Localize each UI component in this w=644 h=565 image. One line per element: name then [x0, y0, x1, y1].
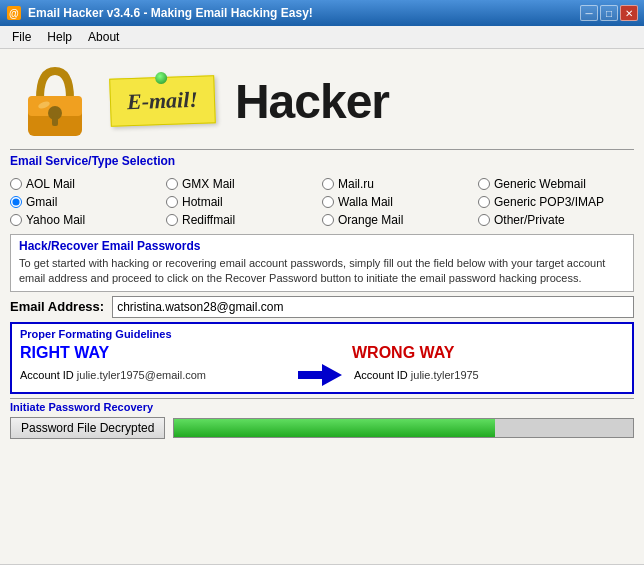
radio-generic-pop3[interactable]: Generic POP3/IMAP: [478, 194, 634, 210]
format-section: Proper Formating Guidelines RIGHT WAY WR…: [10, 322, 634, 394]
svg-marker-7: [298, 364, 342, 386]
menu-help[interactable]: Help: [39, 28, 80, 46]
format-wrong-way-header: WRONG WAY: [342, 344, 624, 362]
radio-other-input[interactable]: [478, 214, 490, 226]
hack-title: Hack/Recover Email Passwords: [19, 239, 625, 253]
pin-icon: [155, 72, 167, 84]
radio-mailru-input[interactable]: [322, 178, 334, 190]
email-service-section: Email Service/Type Selection: [10, 149, 634, 174]
progress-bar-fill: [174, 419, 495, 437]
radio-orange-input[interactable]: [322, 214, 334, 226]
radio-yahoo-label: Yahoo Mail: [26, 213, 85, 227]
radio-yahoo-input[interactable]: [10, 214, 22, 226]
radio-generic-webmail[interactable]: Generic Webmail: [478, 176, 634, 192]
radio-gmail-input[interactable]: [10, 196, 22, 208]
format-wrong-example: Account ID julie.tyler1975: [350, 369, 624, 381]
menu-file[interactable]: File: [4, 28, 39, 46]
radio-walla-input[interactable]: [322, 196, 334, 208]
password-section: Initiate Password Recovery Password File…: [10, 398, 634, 439]
radio-rediffmail-label: Rediffmail: [182, 213, 235, 227]
password-section-label: Initiate Password Recovery: [10, 398, 634, 413]
main-content: E-mail! Hacker Email Service/Type Select…: [0, 49, 644, 564]
format-arrow: [290, 364, 350, 386]
radio-gmail-label: Gmail: [26, 195, 57, 209]
format-title: Proper Formating Guidelines: [20, 328, 624, 340]
hack-section: Hack/Recover Email Passwords To get star…: [10, 234, 634, 292]
radio-generic-webmail-label: Generic Webmail: [494, 177, 586, 191]
password-file-decrypted-button[interactable]: Password File Decrypted: [10, 417, 165, 439]
radio-aol-label: AOL Mail: [26, 177, 75, 191]
wrong-account-label: Account ID: [354, 369, 411, 381]
email-service-label: Email Service/Type Selection: [10, 149, 634, 170]
email-row: Email Address:: [10, 296, 634, 318]
right-account-value: julie.tyler1975@email.com: [77, 369, 206, 381]
radio-gmail[interactable]: Gmail: [10, 194, 166, 210]
radio-walla[interactable]: Walla Mail: [322, 194, 478, 210]
hack-desc: To get started with hacking or recoverin…: [19, 256, 625, 287]
radio-other[interactable]: Other/Private: [478, 212, 634, 228]
format-example-row: Account ID julie.tyler1975@email.com Acc…: [20, 364, 624, 386]
radio-aol-input[interactable]: [10, 178, 22, 190]
radio-rediffmail[interactable]: Rediffmail: [166, 212, 322, 228]
minimize-button[interactable]: ─: [580, 5, 598, 21]
title-bar: @ Email Hacker v3.4.6 - Making Email Hac…: [0, 0, 644, 26]
right-way-label: RIGHT WAY: [20, 344, 109, 361]
progress-bar-container: [173, 418, 634, 438]
email-note: E-mail!: [109, 75, 216, 127]
close-button[interactable]: ✕: [620, 5, 638, 21]
header-section: E-mail! Hacker: [0, 49, 644, 149]
radio-generic-pop3-input[interactable]: [478, 196, 490, 208]
svg-rect-5: [52, 116, 58, 126]
radio-other-label: Other/Private: [494, 213, 565, 227]
menu-about[interactable]: About: [80, 28, 127, 46]
password-row: Password File Decrypted: [10, 417, 634, 439]
radio-hotmail-input[interactable]: [166, 196, 178, 208]
radio-generic-webmail-input[interactable]: [478, 178, 490, 190]
format-header-row: RIGHT WAY WRONG WAY: [20, 344, 624, 362]
window-controls: ─ □ ✕: [580, 5, 638, 21]
radio-grid: AOL Mail GMX Mail Mail.ru Generic Webmai…: [0, 176, 644, 228]
radio-hotmail[interactable]: Hotmail: [166, 194, 322, 210]
format-right-way-header: RIGHT WAY: [20, 344, 292, 362]
right-account-label: Account ID: [20, 369, 77, 381]
format-right-example: Account ID julie.tyler1975@email.com: [20, 369, 290, 381]
wrong-account-value: julie.tyler1975: [411, 369, 479, 381]
app-icon: @: [6, 5, 22, 21]
radio-orange-label: Orange Mail: [338, 213, 403, 227]
radio-yahoo[interactable]: Yahoo Mail: [10, 212, 166, 228]
radio-mailru-label: Mail.ru: [338, 177, 374, 191]
radio-gmx-label: GMX Mail: [182, 177, 235, 191]
radio-hotmail-label: Hotmail: [182, 195, 223, 209]
email-address-input[interactable]: [112, 296, 634, 318]
radio-aol[interactable]: AOL Mail: [10, 176, 166, 192]
radio-rediffmail-input[interactable]: [166, 214, 178, 226]
maximize-button[interactable]: □: [600, 5, 618, 21]
padlock-icon: [20, 61, 90, 141]
email-address-label: Email Address:: [10, 299, 104, 314]
radio-generic-pop3-label: Generic POP3/IMAP: [494, 195, 604, 209]
radio-gmx[interactable]: GMX Mail: [166, 176, 322, 192]
radio-gmx-input[interactable]: [166, 178, 178, 190]
hacker-title: Hacker: [235, 74, 389, 129]
wrong-way-label: WRONG WAY: [352, 344, 455, 361]
svg-text:@: @: [9, 8, 19, 19]
radio-walla-label: Walla Mail: [338, 195, 393, 209]
title-bar-left: @ Email Hacker v3.4.6 - Making Email Hac…: [6, 5, 313, 21]
radio-orange[interactable]: Orange Mail: [322, 212, 478, 228]
window-title: Email Hacker v3.4.6 - Making Email Hacki…: [28, 6, 313, 20]
menubar: File Help About: [0, 26, 644, 49]
radio-mailru[interactable]: Mail.ru: [322, 176, 478, 192]
